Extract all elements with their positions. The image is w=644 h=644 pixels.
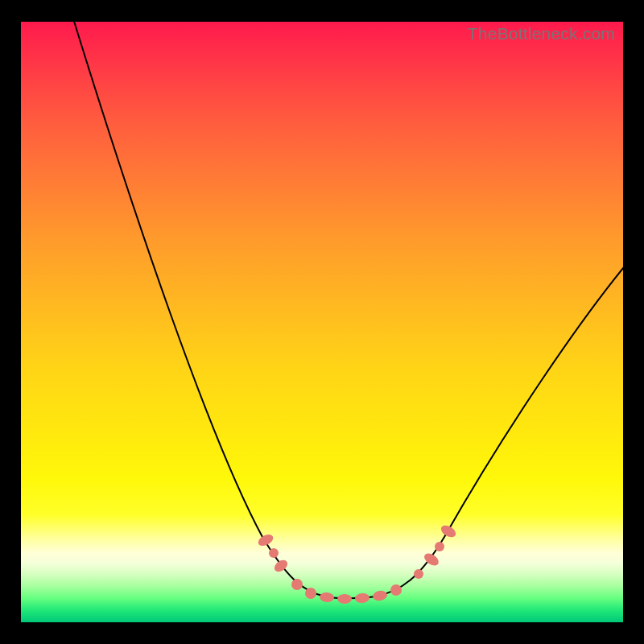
bottleneck-curve <box>69 6 641 598</box>
curve-capsule <box>337 594 352 604</box>
curve-capsule <box>439 523 457 539</box>
curve-dot <box>435 542 444 551</box>
curve-dot <box>305 588 316 599</box>
curve-markers <box>256 523 457 604</box>
curve-capsule <box>320 592 335 603</box>
curve-capsule <box>256 532 275 548</box>
plot-area: TheBottleneck.com <box>21 22 623 622</box>
curve-dot <box>291 579 303 590</box>
curve-dot <box>269 548 279 558</box>
curve-dot <box>414 569 423 579</box>
chart-svg <box>21 22 623 622</box>
curve-capsule <box>372 590 388 602</box>
curve-dot <box>390 584 402 596</box>
curve-capsule <box>355 592 370 603</box>
